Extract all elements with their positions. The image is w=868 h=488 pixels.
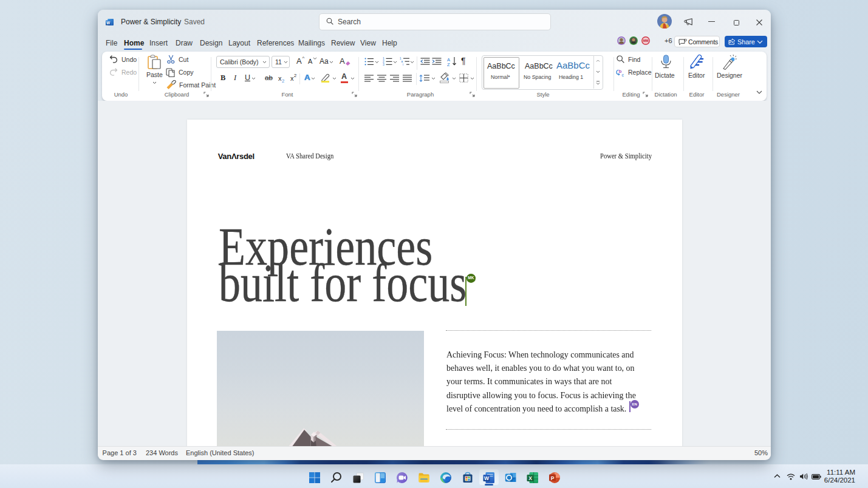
svg-text:X: X (528, 475, 532, 481)
svg-text:3: 3 (383, 63, 384, 66)
svg-text:i: i (403, 63, 403, 66)
svg-text:Z: Z (447, 62, 450, 67)
svg-text:W: W (106, 21, 111, 25)
svg-text:MM: MM (643, 39, 648, 42)
svg-text:c: c (622, 73, 624, 77)
svg-text:P: P (551, 475, 555, 481)
svg-text:W: W (484, 475, 490, 481)
